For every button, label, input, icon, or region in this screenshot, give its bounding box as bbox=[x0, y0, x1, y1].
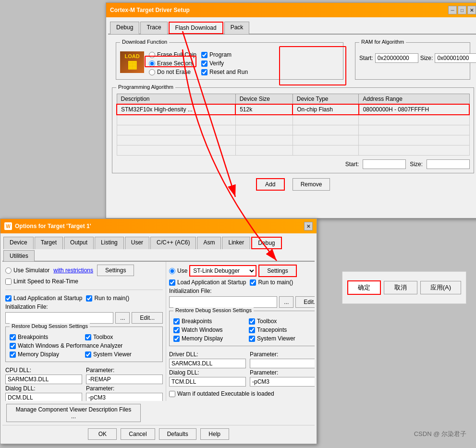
memory-display-check-right[interactable] bbox=[173, 336, 180, 342]
driver-dll-input[interactable] bbox=[169, 359, 246, 368]
edit-btn-right[interactable]: Edit... bbox=[295, 296, 315, 308]
check-reset-run-input[interactable] bbox=[201, 69, 207, 75]
ram-size-input[interactable] bbox=[435, 53, 476, 63]
memory-display-check-left[interactable] bbox=[10, 351, 16, 358]
ok-btn[interactable]: OK bbox=[88, 428, 117, 440]
check-reset-run[interactable]: Reset and Run bbox=[201, 69, 248, 75]
maximize-btn-1[interactable]: □ bbox=[458, 6, 466, 14]
tab-asm[interactable]: Asm bbox=[197, 237, 221, 249]
toolbox-right[interactable]: Toolbox bbox=[249, 318, 315, 325]
ram-start-input[interactable] bbox=[375, 53, 418, 63]
radio-erase-full[interactable]: Erase Full Chip bbox=[149, 51, 196, 58]
load-app-check-right[interactable] bbox=[169, 279, 175, 286]
defaults-btn[interactable]: Defaults bbox=[159, 428, 196, 440]
use-simulator-radio[interactable] bbox=[5, 267, 12, 274]
limit-speed-label[interactable]: Limit Speed to Real-Time bbox=[5, 278, 163, 285]
close-btn-2[interactable]: ✕ bbox=[304, 222, 313, 230]
toolbox-check-right[interactable] bbox=[249, 318, 255, 325]
memory-display-right[interactable]: Memory Display bbox=[173, 335, 247, 342]
dialog-dll-input-right[interactable] bbox=[169, 377, 246, 387]
with-restrictions-link[interactable]: with restrictions bbox=[53, 267, 93, 274]
table-row[interactable]: STM32F10x High-density ... 512k On-chip … bbox=[117, 104, 469, 115]
system-viewer-check-right[interactable] bbox=[249, 336, 255, 342]
toolbox-check-left[interactable] bbox=[85, 334, 91, 340]
watch-windows-right[interactable]: Watch Windows bbox=[173, 327, 247, 333]
check-verify[interactable]: Verify bbox=[201, 60, 248, 67]
init-file-input-right[interactable] bbox=[169, 296, 277, 308]
radio-erase-full-input[interactable] bbox=[149, 52, 155, 58]
limit-speed-check[interactable] bbox=[5, 278, 12, 285]
confirm-ok-btn[interactable]: 确定 bbox=[347, 280, 381, 295]
manage-component-btn[interactable]: Manage Component Viewer Description File… bbox=[6, 404, 141, 422]
use-simulator-label[interactable]: Use Simulator bbox=[5, 267, 49, 274]
browse-btn-right[interactable]: ... bbox=[279, 296, 293, 308]
check-verify-input[interactable] bbox=[201, 61, 207, 67]
toolbox-left[interactable]: Toolbox bbox=[85, 334, 159, 340]
tracepoints-check-right[interactable] bbox=[249, 327, 255, 333]
breakpoints-right[interactable]: Breakpoints bbox=[173, 318, 247, 325]
load-app-label-right[interactable]: Load Application at Startup bbox=[169, 279, 246, 286]
check-program[interactable]: Program bbox=[201, 51, 248, 58]
cpu-dll-param-input[interactable] bbox=[86, 375, 163, 384]
dialog-dll-input-left[interactable] bbox=[5, 393, 82, 401]
cpu-dll-input[interactable] bbox=[5, 375, 82, 384]
tracepoints-right[interactable]: Tracepoints bbox=[249, 327, 315, 333]
tab-cxx[interactable]: C/C++ (AC6) bbox=[150, 237, 196, 249]
radio-do-not-erase[interactable]: Do not Erase bbox=[149, 69, 196, 75]
driver-dll-param-input[interactable] bbox=[250, 359, 315, 368]
run-to-main-check-right[interactable] bbox=[250, 279, 256, 286]
start-input[interactable] bbox=[363, 159, 406, 169]
tab-listing[interactable]: Listing bbox=[95, 237, 124, 249]
debugger-dropdown[interactable]: ST-Link Debugger bbox=[189, 265, 256, 277]
tab-utilities[interactable]: Utilities bbox=[3, 250, 35, 261]
system-viewer-right[interactable]: System Viewer bbox=[249, 335, 315, 342]
load-app-label-left[interactable]: Load Application at Startup bbox=[5, 295, 82, 302]
use-radio[interactable] bbox=[169, 268, 175, 274]
radio-erase-sectors[interactable]: Erase Sectors bbox=[149, 60, 196, 67]
tab-linker[interactable]: Linker bbox=[222, 237, 250, 249]
stlink-settings-btn[interactable]: Settings bbox=[258, 265, 296, 277]
tab-trace-1[interactable]: Trace bbox=[140, 22, 167, 34]
warn-outdated-right[interactable]: Warn if outdated Executable is loaded bbox=[169, 390, 315, 397]
memory-display-left[interactable]: Memory Display bbox=[10, 351, 83, 358]
dialog-dll-param-input-right[interactable] bbox=[250, 377, 315, 387]
simulator-settings-btn[interactable]: Settings bbox=[97, 265, 134, 276]
warn-outdated-check-right[interactable] bbox=[169, 391, 175, 397]
tab-target[interactable]: Target bbox=[35, 237, 63, 249]
cancel-btn[interactable]: Cancel bbox=[121, 428, 155, 440]
load-app-check-left[interactable] bbox=[5, 295, 12, 302]
tab-flashdownload[interactable]: Flash Download bbox=[169, 22, 223, 34]
watch-windows-check-left[interactable] bbox=[10, 343, 16, 349]
browse-btn-left[interactable]: ... bbox=[115, 312, 130, 324]
tab-pack[interactable]: Pack bbox=[224, 22, 250, 34]
minimize-btn-1[interactable]: ─ bbox=[448, 6, 457, 14]
confirm-apply-btn[interactable]: 应用(A) bbox=[420, 281, 461, 294]
edit-btn-left[interactable]: Edit... bbox=[132, 312, 163, 324]
tab-output[interactable]: Output bbox=[64, 237, 94, 249]
run-to-main-right[interactable]: Run to main() bbox=[250, 279, 293, 286]
breakpoints-check-left[interactable] bbox=[10, 334, 16, 340]
watch-windows-left[interactable]: Watch Windows & Performance Analyzer bbox=[10, 342, 159, 349]
close-btn-1[interactable]: ✕ bbox=[467, 6, 476, 14]
radio-erase-sectors-input[interactable] bbox=[149, 61, 155, 67]
run-to-main-check-left[interactable] bbox=[86, 295, 92, 302]
init-file-input-left[interactable] bbox=[5, 312, 113, 324]
remove-button[interactable]: Remove bbox=[293, 178, 330, 191]
radio-do-not-erase-input[interactable] bbox=[149, 69, 155, 75]
help-btn[interactable]: Help bbox=[200, 428, 229, 440]
confirm-cancel-btn[interactable]: 取消 bbox=[384, 281, 417, 294]
breakpoints-left[interactable]: Breakpoints bbox=[10, 334, 83, 340]
system-viewer-left[interactable]: System Viewer bbox=[85, 351, 159, 358]
breakpoints-check-right[interactable] bbox=[173, 318, 180, 325]
size-input[interactable] bbox=[427, 159, 470, 169]
watch-windows-check-right[interactable] bbox=[173, 327, 180, 333]
tab-debug-1[interactable]: Debug bbox=[110, 22, 139, 34]
tab-device[interactable]: Device bbox=[3, 237, 34, 249]
dialog-dll-param-input-left[interactable] bbox=[86, 393, 163, 401]
tab-user[interactable]: User bbox=[125, 237, 149, 249]
check-program-input[interactable] bbox=[201, 52, 207, 58]
use-radio-label[interactable]: Use bbox=[169, 267, 187, 274]
add-button[interactable]: Add bbox=[256, 178, 285, 191]
run-to-main-left[interactable]: Run to main() bbox=[86, 295, 129, 302]
tab-debug-2[interactable]: Debug bbox=[251, 237, 281, 249]
